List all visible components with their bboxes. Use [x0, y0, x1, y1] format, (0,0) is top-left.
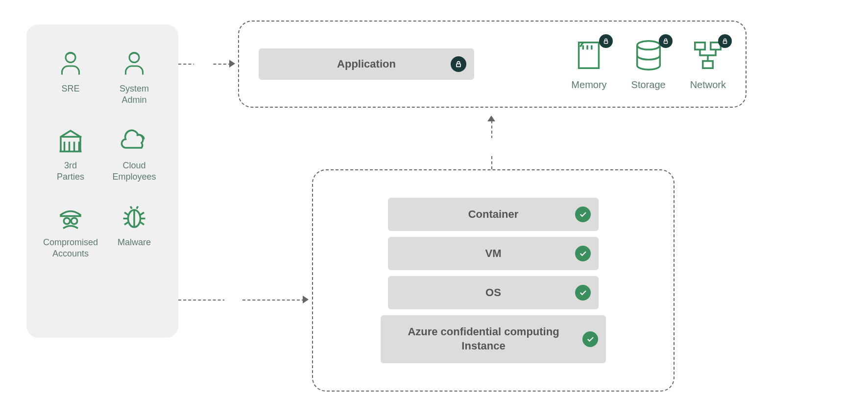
container-bar: Container	[388, 198, 599, 231]
resource-storage: Storage	[631, 38, 666, 91]
threat-sre-label: SRE	[61, 83, 79, 94]
application-container: Application Memory Storage Network	[238, 21, 747, 108]
vm-label: VM	[485, 247, 502, 260]
os-label: OS	[485, 286, 501, 299]
threat-comp-label: Compromised Accounts	[43, 237, 98, 260]
os-bar: OS	[388, 276, 599, 309]
cloud-icon	[120, 126, 149, 155]
person-icon	[120, 49, 149, 78]
svg-rect-12	[723, 41, 727, 43]
svg-rect-13	[201, 63, 205, 66]
resource-network: Network	[690, 38, 726, 91]
threat-malware-label: Malware	[118, 237, 151, 248]
threat-third-parties: 3rd Parties	[56, 126, 85, 183]
svg-point-2	[64, 218, 70, 224]
arrow-head-icon	[303, 296, 309, 303]
network-label: Network	[690, 79, 726, 91]
azure-label: Azure confidential computing Instance	[390, 325, 577, 353]
spy-icon	[56, 203, 85, 232]
svg-rect-9	[695, 42, 705, 49]
application-label: Application	[337, 58, 396, 70]
person-icon	[56, 49, 85, 78]
threat-cloud-label: Cloud Employees	[112, 160, 156, 183]
lock-icon	[659, 34, 673, 48]
svg-rect-14	[490, 146, 493, 149]
azure-bar: Azure confidential computing Instance	[381, 315, 606, 363]
bug-icon	[120, 203, 149, 232]
check-icon	[575, 207, 591, 222]
resource-memory: Memory	[571, 38, 606, 91]
svg-point-3	[71, 218, 77, 224]
memory-label: Memory	[571, 79, 606, 91]
threat-sysadmin-label: System Admin	[120, 83, 149, 106]
check-icon	[582, 331, 598, 347]
building-icon	[56, 126, 85, 155]
lock-icon	[718, 34, 732, 48]
lock-icon	[451, 56, 466, 72]
check-icon	[226, 293, 240, 306]
threat-third-label: 3rd Parties	[57, 160, 84, 183]
vm-bar: VM	[388, 237, 599, 270]
storage-label: Storage	[631, 79, 666, 91]
svg-rect-11	[703, 61, 713, 68]
lock-icon	[599, 34, 613, 48]
svg-rect-8	[664, 41, 667, 43]
lock-icon	[484, 140, 498, 154]
threat-sysadmin: System Admin	[120, 49, 149, 106]
svg-rect-6	[604, 41, 608, 43]
threat-cloud-employees: Cloud Employees	[112, 126, 156, 183]
container-label: Container	[468, 208, 519, 221]
arrow-head-icon	[487, 116, 495, 121]
check-icon	[575, 285, 591, 301]
threat-compromised: Compromised Accounts	[43, 203, 98, 260]
infrastructure-container: Container VM OS Azure confidential compu…	[312, 169, 675, 392]
threat-actors-panel: SRE System Admin 3rd Parties Cloud Emplo…	[26, 24, 178, 338]
svg-rect-5	[457, 64, 460, 67]
lock-icon	[196, 57, 210, 70]
check-icon	[575, 246, 591, 261]
svg-point-7	[637, 41, 660, 49]
arrow-head-icon	[229, 60, 235, 68]
threat-grid: SRE System Admin 3rd Parties Cloud Emplo…	[41, 49, 164, 259]
application-bar: Application	[259, 48, 474, 80]
threat-malware: Malware	[118, 203, 151, 260]
threat-sre: SRE	[56, 49, 85, 106]
arrow-threats-to-stack	[178, 300, 305, 301]
